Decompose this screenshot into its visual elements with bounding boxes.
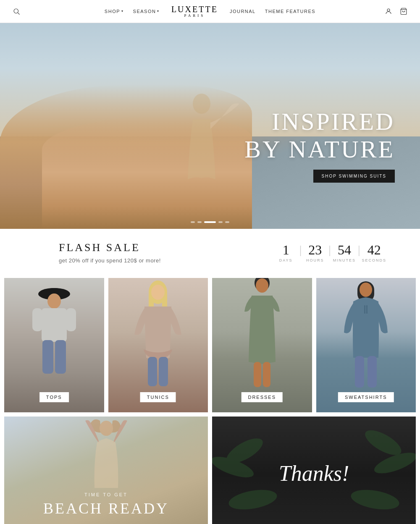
nav-item-season[interactable]: SEASON ▾ <box>129 6 164 16</box>
svg-rect-27 <box>355 356 364 388</box>
svg-point-16 <box>151 285 165 300</box>
countdown-sep-2: | <box>328 243 331 262</box>
beach-sub-text: TIME TO GET <box>4 492 208 497</box>
countdown-seconds: 42 SECONDS <box>362 243 386 262</box>
carousel-dot-4[interactable] <box>218 221 223 223</box>
svg-point-4 <box>193 94 210 114</box>
flash-sale-section: FLASH SALE get 20% off if you spend 120$… <box>0 229 420 274</box>
search-icon <box>13 8 20 15</box>
category-dresses-label: DRESSES <box>241 392 283 402</box>
carousel-dot-5[interactable] <box>225 221 229 223</box>
account-button[interactable] <box>385 8 392 15</box>
site-logo[interactable]: LUXETTE PARIS <box>171 5 218 18</box>
nav-right: JOURNAL THEME FEATURES <box>226 6 320 16</box>
panel-thanks[interactable]: Thanks! <box>212 417 416 524</box>
category-grid: TOPS TUNICS <box>0 274 420 417</box>
hero-figure <box>160 85 244 211</box>
hero-headline: INSPIRED BY NATURE <box>244 108 395 164</box>
svg-point-24 <box>360 283 372 297</box>
carousel-dot-2[interactable] <box>197 221 202 223</box>
svg-rect-12 <box>55 340 66 374</box>
hero-text-block: INSPIRED BY NATURE SHOP SWIMMING SUITS <box>244 108 395 183</box>
shop-chevron-icon: ▾ <box>121 9 124 13</box>
search-button[interactable] <box>13 8 20 15</box>
beach-panel-text: TIME TO GET BEACH READY <box>4 492 208 517</box>
nav-item-theme-features[interactable]: THEME FEATURES <box>261 6 320 16</box>
countdown-timer: 1 DAYS | 23 HOURS | 54 MINUTES | 42 SECO… <box>274 243 386 262</box>
flash-sale-info: FLASH SALE get 20% off if you spend 120$… <box>59 241 161 264</box>
svg-point-35 <box>349 487 401 513</box>
svg-point-0 <box>14 9 18 13</box>
tunics-figure <box>120 278 196 396</box>
season-chevron-icon: ▾ <box>157 9 160 13</box>
countdown-minutes: 54 MINUTES <box>333 243 356 262</box>
carousel-dot-3[interactable] <box>204 221 216 223</box>
svg-rect-10 <box>66 308 76 331</box>
category-tunics-label: TUNICS <box>140 392 176 402</box>
cart-icon <box>400 8 407 15</box>
hero-cta-button[interactable]: SHOP SWIMMING SUITS <box>313 170 395 183</box>
countdown-sep-1: | <box>299 243 302 262</box>
account-icon <box>385 8 392 15</box>
category-tunics[interactable]: TUNICS <box>108 278 208 412</box>
bottom-panels-section: TIME TO GET BEACH READY Thanks! <box>0 417 420 524</box>
svg-point-29 <box>100 421 113 436</box>
svg-rect-17 <box>148 357 157 386</box>
beach-main-text: BEACH READY <box>4 500 208 517</box>
svg-rect-21 <box>254 362 261 387</box>
flash-sale-title: FLASH SALE <box>59 241 161 254</box>
category-sweatshirts-label: SWEATSHIRTS <box>338 392 394 402</box>
tops-figure <box>16 278 92 396</box>
nav-item-shop[interactable]: SHOP ▾ <box>100 6 128 16</box>
thanks-text: Thanks! <box>279 461 349 486</box>
svg-point-7 <box>47 293 61 309</box>
svg-point-20 <box>256 278 268 293</box>
flash-sale-subtitle: get 20% off if you spend 120$ or more! <box>59 257 161 264</box>
sweatshirts-figure <box>328 278 404 396</box>
panel-beach-ready[interactable]: TIME TO GET BEACH READY <box>4 417 208 524</box>
svg-rect-26 <box>366 305 368 314</box>
svg-line-1 <box>18 13 19 14</box>
svg-rect-22 <box>263 362 270 387</box>
countdown-days: 1 DAYS <box>274 243 298 262</box>
countdown-sep-3: | <box>358 243 360 262</box>
svg-rect-25 <box>364 305 365 314</box>
header-actions <box>385 8 407 15</box>
nav-left: SHOP ▾ SEASON ▾ <box>100 6 164 16</box>
nav-item-journal[interactable]: JOURNAL <box>226 6 260 16</box>
site-header: SHOP ▾ SEASON ▾ LUXETTE PARIS JOURNAL TH… <box>0 0 420 23</box>
hero-section: INSPIRED BY NATURE SHOP SWIMMING SUITS <box>0 23 420 229</box>
svg-point-34 <box>227 487 278 513</box>
carousel-dot-1[interactable] <box>191 221 195 223</box>
svg-rect-11 <box>42 340 53 374</box>
category-tops-label: TOPS <box>39 392 69 402</box>
beach-figure <box>64 417 148 505</box>
svg-point-2 <box>387 9 390 11</box>
dresses-figure <box>224 278 300 396</box>
category-dresses[interactable]: DRESSES <box>212 278 312 412</box>
hero-carousel-dots <box>191 221 229 223</box>
svg-rect-28 <box>368 356 377 388</box>
svg-rect-18 <box>159 357 168 386</box>
category-sweatshirts[interactable]: SWEATSHIRTS <box>316 278 416 412</box>
svg-rect-9 <box>32 308 42 331</box>
svg-rect-8 <box>42 308 67 342</box>
countdown-hours: 23 HOURS <box>303 243 327 262</box>
cart-button[interactable] <box>400 8 407 15</box>
category-tops[interactable]: TOPS <box>4 278 104 412</box>
main-nav: SHOP ▾ SEASON ▾ LUXETTE PARIS JOURNAL TH… <box>100 5 320 18</box>
